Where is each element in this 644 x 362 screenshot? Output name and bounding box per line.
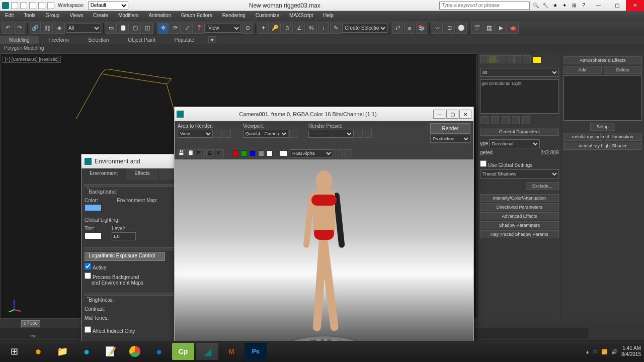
modify-tab-icon[interactable]: [489, 55, 497, 63]
menu-animation[interactable]: Animation: [143, 11, 176, 21]
util-tab-icon[interactable]: [523, 55, 531, 63]
atmo-setup-button[interactable]: Setup: [590, 123, 615, 131]
pin-icon[interactable]: [480, 116, 489, 124]
blue-channel-icon[interactable]: [250, 150, 256, 156]
3dsmax-icon[interactable]: ◢: [196, 343, 218, 360]
link-icon[interactable]: 🔗: [30, 23, 41, 34]
edge-icon[interactable]: ●: [148, 343, 170, 360]
scale-icon[interactable]: ⤢: [182, 23, 193, 34]
menu-rendering[interactable]: Rendering: [217, 11, 251, 21]
tray-net-icon[interactable]: 📶: [601, 349, 607, 354]
search-icon[interactable]: 🔍: [532, 2, 540, 10]
app2-icon[interactable]: ⊞: [570, 2, 578, 10]
mirror-icon[interactable]: ⇄: [392, 23, 403, 34]
filter-select[interactable]: All: [66, 24, 101, 33]
exclude-button[interactable]: Exclude...: [526, 182, 559, 190]
matl-icon[interactable]: ⚪: [456, 23, 467, 34]
config-icon[interactable]: [522, 116, 530, 124]
render-close-button[interactable]: ✕: [459, 110, 471, 119]
edit-icon[interactable]: ✎: [330, 23, 341, 34]
maximize-button[interactable]: ▢: [608, 0, 626, 11]
spinsnap-icon[interactable]: ↕: [318, 23, 329, 34]
render-max-button[interactable]: ▢: [446, 110, 458, 119]
pctsnap-icon[interactable]: %: [306, 23, 317, 34]
useglobal-check[interactable]: [480, 160, 487, 167]
create-tab-icon[interactable]: [480, 55, 488, 63]
manip-icon[interactable]: ✦: [258, 23, 269, 34]
toggle1-icon[interactable]: [335, 149, 343, 157]
menu-create[interactable]: Create: [88, 11, 113, 21]
redo-icon[interactable]: [47, 2, 54, 9]
clock[interactable]: 1:41 AM8/4/2015: [621, 345, 641, 357]
refcoord-select[interactable]: View: [206, 24, 241, 33]
rollout-shadowparams[interactable]: Shadow Parameters: [480, 221, 559, 229]
rendprod-icon[interactable]: ▶: [496, 23, 507, 34]
menu-maxscript[interactable]: MAXScript: [284, 11, 318, 21]
show-icon[interactable]: [491, 116, 499, 124]
display-tab-icon[interactable]: [514, 55, 522, 63]
area-icon1[interactable]: [214, 130, 222, 138]
ribbon-modeling[interactable]: Modeling: [0, 36, 39, 44]
namedsel-select[interactable]: Create Selection S: [342, 24, 387, 33]
ribbon-selection[interactable]: Selection: [79, 36, 118, 44]
save-icon[interactable]: [29, 2, 36, 9]
render-viewport[interactable]: [175, 159, 473, 362]
modifier-stack[interactable]: get Directional Light: [480, 79, 559, 114]
place-icon[interactable]: 📍: [194, 23, 205, 34]
bg-toggle-icon[interactable]: [280, 150, 288, 156]
photoshop-icon[interactable]: Ps: [245, 343, 267, 360]
tray-vol-icon[interactable]: 🔊: [611, 349, 617, 354]
motion-tab-icon[interactable]: [506, 55, 514, 63]
copy-img-icon[interactable]: 📋: [187, 149, 195, 157]
mudbox-icon[interactable]: M: [220, 343, 243, 360]
workspace-select[interactable]: Default: [88, 2, 128, 10]
minimize-button[interactable]: —: [590, 0, 608, 11]
unique-icon[interactable]: [502, 116, 510, 124]
unity-icon[interactable]: ◆: [269, 343, 291, 360]
clear-icon[interactable]: ✕: [216, 149, 224, 157]
channel-select[interactable]: RGB Alpha: [290, 149, 333, 157]
area-select[interactable]: View: [178, 130, 213, 138]
anglesnap-icon[interactable]: ∠: [294, 23, 305, 34]
teapot-icon[interactable]: 🫖: [508, 23, 519, 34]
menu-views[interactable]: Views: [64, 11, 88, 21]
object-color-swatch[interactable]: [532, 56, 541, 63]
help-icon[interactable]: ?: [580, 2, 588, 10]
star-icon[interactable]: ★: [551, 2, 559, 10]
curve-icon[interactable]: 〰: [432, 23, 443, 34]
move-icon[interactable]: ✥: [157, 23, 169, 34]
start-button[interactable]: ⊞: [3, 343, 25, 360]
tray-up-icon[interactable]: ▴: [586, 349, 589, 354]
bg-color-swatch[interactable]: [85, 204, 102, 211]
print-icon[interactable]: 🖨: [206, 149, 214, 157]
render-min-button[interactable]: —: [433, 110, 445, 119]
key-icon[interactable]: 🔑: [270, 23, 281, 34]
menu-tools[interactable]: Tools: [19, 11, 40, 21]
explorer-icon[interactable]: 📁: [51, 343, 73, 360]
save-img-icon[interactable]: 💾: [178, 149, 186, 157]
viewport-label[interactable]: [+] [Camera001] [Realistic]: [3, 56, 61, 63]
active-check[interactable]: [85, 263, 91, 269]
snap-icon[interactable]: 3: [282, 23, 293, 34]
rollout-mrindirect[interactable]: mental ray Indirect Illumination: [564, 133, 642, 141]
align-icon[interactable]: ≡: [404, 23, 415, 34]
new-icon[interactable]: [11, 2, 18, 9]
rollout-adveffects[interactable]: Advanced Effects: [480, 212, 559, 220]
production-select[interactable]: Production: [430, 135, 470, 143]
undo-icon[interactable]: [38, 2, 45, 9]
red-channel-icon[interactable]: [232, 150, 238, 156]
redo2-icon[interactable]: ↷: [14, 23, 25, 34]
star2-icon[interactable]: ✦: [560, 2, 569, 10]
time-slider[interactable]: 0 / 300: [21, 320, 40, 327]
modifier-list-select[interactable]: ist: [480, 68, 559, 77]
affectindirect-check[interactable]: [85, 326, 91, 333]
level-spinner[interactable]: [112, 232, 136, 240]
menu-group[interactable]: Group: [41, 11, 65, 21]
ribbon-freeform[interactable]: Freeform: [40, 36, 78, 44]
tint-swatch[interactable]: [85, 232, 102, 239]
window-icon[interactable]: ◫: [142, 23, 153, 34]
unlink-icon[interactable]: ⛓: [42, 23, 53, 34]
skype-icon[interactable]: ●: [75, 343, 98, 360]
atmo-delete-button[interactable]: Delete: [604, 66, 642, 74]
mono-channel-icon[interactable]: [267, 150, 273, 156]
